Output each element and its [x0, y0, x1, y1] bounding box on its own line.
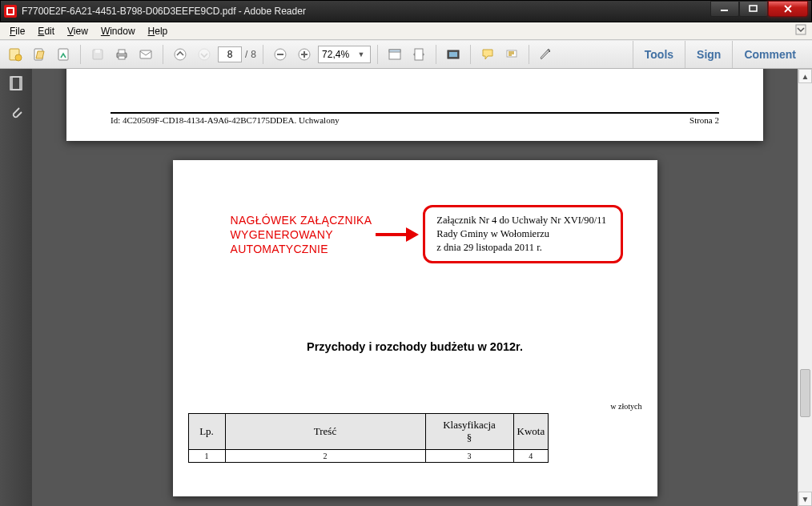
print-icon[interactable] [111, 44, 132, 65]
email-icon[interactable] [135, 44, 156, 65]
svg-rect-11 [119, 56, 125, 59]
menu-view[interactable]: View [61, 24, 94, 38]
sign-panel-button[interactable]: Sign [685, 41, 732, 68]
svg-point-14 [199, 49, 210, 60]
svg-rect-1 [750, 6, 757, 11]
arrow-right-icon [376, 226, 419, 243]
comment-panel-button[interactable]: Comment [732, 41, 807, 68]
save-icon[interactable] [87, 44, 108, 65]
svg-point-13 [175, 49, 186, 60]
zoom-value: 72,4% [322, 49, 354, 60]
pdf-page-prev: Id: 4C20509F-CD18-4134-A9A6-42BC7175DDEA… [66, 69, 763, 141]
maximize-button[interactable] [739, 1, 768, 17]
fit-width-icon[interactable] [408, 44, 429, 65]
page-separator: / [245, 49, 247, 60]
vertical-scrollbar[interactable]: ▲ ▼ [798, 69, 812, 506]
close-button[interactable] [768, 1, 808, 17]
svg-rect-0 [721, 10, 728, 11]
minimize-button[interactable] [710, 1, 739, 17]
create-pdf-icon[interactable] [53, 44, 74, 65]
menu-help[interactable]: Help [142, 24, 175, 38]
scroll-down-icon[interactable]: ▼ [798, 492, 812, 506]
svg-rect-10 [119, 50, 125, 54]
pdf-page: NAGŁÓWEK ZAŁĄCZNIKA WYGENEROWANY AUTOMAT… [173, 160, 657, 496]
menu-overflow-icon[interactable] [794, 23, 809, 38]
svg-marker-29 [406, 227, 419, 242]
page-total: 8 [251, 49, 256, 60]
window-title: F7700E2F-6A21-4451-B798-D06D3EEFE9CD.pdf… [22, 6, 710, 17]
svg-rect-12 [140, 50, 151, 58]
svg-rect-19 [303, 51, 305, 58]
tools-panel-button[interactable]: Tools [633, 41, 685, 68]
attachment-header-box: Załącznik Nr 4 do Uchwały Nr XVI/90/11 R… [423, 205, 623, 263]
svg-rect-22 [415, 49, 423, 60]
titlebar: F7700E2F-6A21-4451-B798-D06D3EEFE9CD.pdf… [0, 0, 812, 22]
attachments-icon[interactable] [7, 104, 25, 122]
zoom-out-icon[interactable] [270, 44, 291, 65]
menu-file[interactable]: File [3, 24, 31, 38]
scroll-up-icon[interactable]: ▲ [798, 69, 812, 83]
fit-window-icon[interactable] [384, 44, 405, 65]
chevron-down-icon: ▼ [356, 50, 367, 58]
read-mode-icon[interactable] [443, 44, 464, 65]
budget-table: Lp. Treść Klasyfikacja§ Kwota 1 2 3 4 [188, 413, 549, 463]
sign-icon[interactable] [536, 44, 557, 65]
page-navigator: / 8 [218, 46, 256, 62]
svg-rect-21 [389, 50, 400, 52]
app-icon [4, 5, 17, 18]
svg-rect-24 [449, 52, 457, 57]
menu-window[interactable]: Window [94, 24, 142, 38]
footer-id: Id: 4C20509F-CD18-4134-A9A6-42BC7175DDEA… [111, 115, 340, 125]
menu-edit[interactable]: Edit [31, 24, 61, 38]
toolbar: / 8 72,4% ▼ Tools Sign Comment [0, 40, 812, 69]
page-up-icon[interactable] [170, 44, 191, 65]
page-input[interactable] [218, 46, 242, 62]
svg-rect-2 [796, 25, 806, 34]
col-lp: Lp. [188, 414, 225, 450]
svg-rect-8 [95, 50, 100, 53]
highlight-icon[interactable] [501, 44, 522, 65]
open-icon[interactable] [29, 44, 50, 65]
zoom-in-icon[interactable] [294, 44, 315, 65]
unit-label: w złotych [610, 402, 641, 411]
document-title: Przychody i rozchody budżetu w 2012r. [173, 340, 657, 353]
page-down-icon[interactable] [194, 44, 215, 65]
zoom-dropdown[interactable]: 72,4% ▼ [318, 46, 371, 63]
svg-point-4 [15, 54, 22, 61]
thumbnails-icon[interactable] [7, 75, 25, 93]
navigation-pane [0, 69, 32, 506]
footer-page: Strona 2 [689, 115, 719, 125]
svg-rect-16 [277, 54, 283, 55]
comment-icon[interactable] [477, 44, 498, 65]
menubar: File Edit View Window Help [0, 22, 812, 40]
document-viewport[interactable]: Id: 4C20509F-CD18-4134-A9A6-42BC7175DDEA… [32, 69, 798, 506]
col-kwota: Kwota [513, 414, 549, 450]
col-klasyfikacja: Klasyfikacja§ [425, 414, 513, 450]
workspace: Id: 4C20509F-CD18-4134-A9A6-42BC7175DDEA… [0, 69, 812, 506]
convert-pdf-icon[interactable] [5, 44, 26, 65]
annotation-text: NAGŁÓWEK ZAŁĄCZNIKA WYGENEROWANY AUTOMAT… [231, 213, 372, 256]
col-tresc: Treść [225, 414, 425, 450]
scroll-thumb[interactable] [800, 369, 810, 417]
scroll-track[interactable] [798, 83, 812, 492]
